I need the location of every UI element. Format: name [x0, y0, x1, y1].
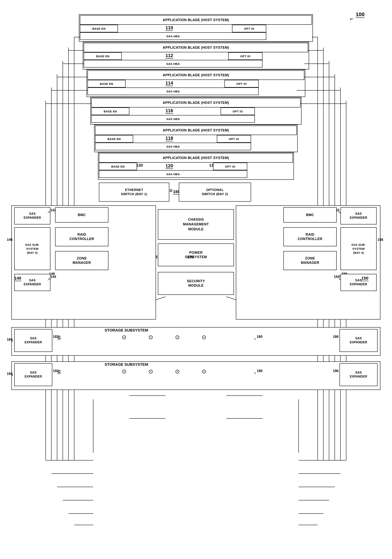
- blade-114-sas-hba: SAS HBA: [87, 87, 259, 95]
- blade-118-sas-hba: SAS HBA: [95, 143, 251, 150]
- optional-switch: OPTIONALSWITCH (BAY 2): [179, 183, 251, 202]
- bmc-right: BMC: [283, 207, 337, 223]
- arrow-100: ↙: [349, 16, 355, 22]
- storage-subsystem-2-label: STORAGE SUBSYSTEM: [105, 362, 148, 367]
- sas-subsystem-bay4: SAS SUB-SYSTEM(BAY 4): [340, 227, 377, 270]
- ref-180: 180: [257, 335, 262, 339]
- blade-120-title: APPLICATION BLADE (HOST SYSTEM): [99, 153, 293, 163]
- disk-icon-182: 🗄: [57, 336, 61, 341]
- ref-140: 140: [14, 276, 21, 281]
- sas-expander-196: SASEXPANDER: [339, 363, 378, 386]
- chassis-mgmt-module: CHASSISMANAGEMENTMODULE: [158, 209, 234, 240]
- ref-100: 100: [356, 11, 365, 18]
- ref-146: 146: [7, 238, 13, 242]
- blade-110-opt-io: OPT IO: [232, 25, 266, 32]
- blade-120-opt-io: OPT IO: [213, 163, 247, 170]
- blade-110-base-en: BASE EN: [80, 25, 118, 32]
- sas-expander-192: SASEXPANDER: [14, 363, 52, 386]
- ref-150: 150: [361, 276, 368, 281]
- blade-114-title: APPLICATION BLADE (HOST SYSTEM): [87, 70, 304, 80]
- sas-expander-182: SASEXPANDER: [14, 329, 52, 352]
- blade-120-sas-hba: SAS HBA: [99, 170, 247, 178]
- security-module: SECURITYMODULE: [158, 272, 234, 295]
- disk-2c: ⊙: [175, 368, 180, 375]
- blade-118-title: APPLICATION BLADE (HOST SYSTEM): [95, 126, 297, 135]
- bmc-left: BMC: [55, 207, 108, 223]
- sas-expander-142: SASEXPANDER: [14, 207, 50, 224]
- blade-116-title: APPLICATION BLADE (HOST SYSTEM): [91, 98, 300, 107]
- arrow-180: ↖: [254, 337, 256, 341]
- raid-controller-left: RAIDCONTROLLER: [55, 227, 108, 246]
- power-subsystem: POWERSUBSYSTEM: [158, 243, 234, 266]
- blade-114-opt-io: OPT IO: [224, 80, 259, 87]
- blade-114-base-en: BASE EN: [87, 80, 126, 87]
- ref-186: 186: [333, 335, 338, 339]
- disk-icon-192: 🗄: [57, 370, 61, 375]
- ref-144: 144: [50, 275, 56, 279]
- arrow-154: ↖: [338, 277, 341, 281]
- disk-1b: ⊙: [148, 334, 153, 340]
- ref-196: 196: [333, 369, 338, 373]
- disk-2b: ⊙: [148, 368, 153, 375]
- blade-118-base-en: BASE EN: [95, 135, 133, 143]
- ref-110: 110: [166, 25, 173, 31]
- sas-expander-154: SASEXPANDER: [340, 274, 377, 291]
- arrow-144: ↗: [47, 277, 50, 281]
- blade-120-base-en-outer: BASE EN: [99, 163, 137, 170]
- ref-120: 120: [166, 163, 173, 169]
- arrow-190: ↖: [254, 372, 256, 375]
- arrow-142: ↗: [47, 210, 50, 214]
- disk-1d: ⊙: [202, 334, 206, 340]
- storage-subsystem-1-label: STORAGE SUBSYSTEM: [105, 328, 148, 333]
- blade-112-base-en: BASE EN: [84, 52, 122, 60]
- ref-116: 116: [166, 108, 173, 114]
- arrow-152: ↖: [338, 211, 341, 215]
- arrow-184: ↗: [11, 339, 13, 343]
- sas-expander-152: SASEXPANDER: [340, 207, 377, 224]
- ref-118: 118: [166, 136, 173, 141]
- ref-130: 130: [137, 163, 143, 168]
- blade-112-opt-io: OPT IO: [228, 52, 262, 60]
- zone-manager-left: ZONEMANAGER: [55, 251, 108, 270]
- blade-112-title: APPLICATION BLADE (HOST SYSTEM): [84, 43, 308, 52]
- switch-lines-icon: ≡: [169, 187, 173, 194]
- storage-row1-outer: [11, 327, 380, 356]
- sas-subsystem-bay3: SAS SUB-SYSTEM(BAY 3): [14, 227, 50, 270]
- ref-112: 112: [166, 53, 173, 59]
- blade-110-title: APPLICATION BLADE (HOST SYSTEM): [80, 15, 312, 25]
- disk-2a: ⊙: [122, 368, 126, 375]
- arrow-194: ↗: [11, 374, 13, 377]
- blade-118-opt-io: OPT IO: [217, 135, 251, 143]
- zone-manager-right: ZONEMANAGER: [283, 251, 337, 270]
- storage-row2-outer: [11, 361, 380, 390]
- sas-expander-186: SASEXPANDER: [339, 329, 378, 352]
- blade-116-opt-io: OPT IO: [221, 107, 255, 115]
- ref-114: 114: [166, 80, 173, 86]
- blade-112-sas-hba: SAS HBA: [84, 60, 262, 67]
- ref-190: 190: [257, 369, 262, 373]
- raid-controller-right: RAIDCONTROLLER: [283, 227, 337, 246]
- ethernet-switch: ETHERNETSWITCH (BAY 1): [99, 183, 169, 202]
- ref-170: 170: [187, 255, 194, 259]
- disk-1c: ⊙: [175, 334, 180, 340]
- blade-116-base-en: BASE EN: [91, 107, 129, 115]
- blade-116-sas-hba: SAS HBA: [91, 115, 255, 123]
- blade-110-sas-hba: SAS HBA: [80, 32, 266, 40]
- disk-1a: ⊙: [122, 334, 126, 340]
- ref-156: 156: [378, 238, 383, 242]
- diagram-container: 100 ↙ APPLICATION BLADE (HOST SYSTEM) BA…: [0, 0, 392, 559]
- disk-2d: ⊙: [202, 368, 206, 375]
